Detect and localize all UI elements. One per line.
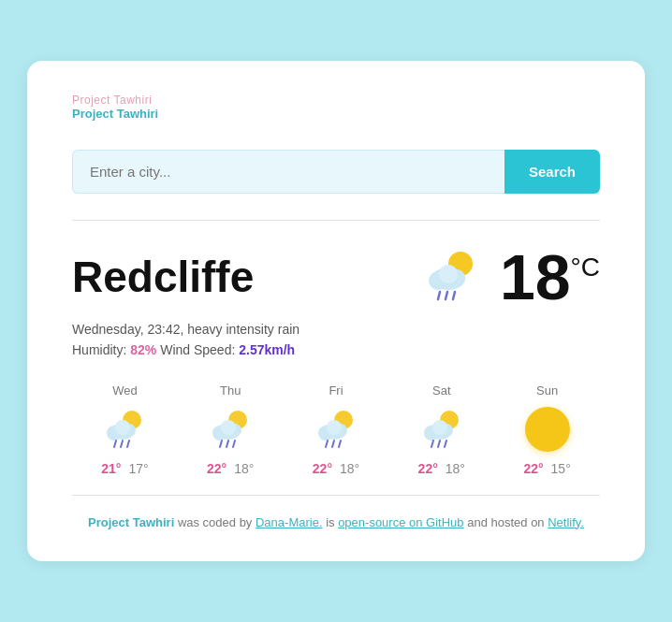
forecast-day: Fri 22°18°: [284, 383, 389, 476]
forecast-day: Thu 22°18°: [178, 383, 284, 476]
svg-point-20: [221, 420, 236, 435]
search-input[interactable]: [72, 150, 504, 194]
forecast-day: Sun22°15°: [494, 383, 600, 476]
logo-ghost: Project Tawhiri: [72, 94, 600, 106]
cloud-rain-icon: [206, 405, 255, 454]
svg-line-21: [220, 441, 222, 447]
logo-area: Project Tawhiri Project Tawhiri: [72, 94, 600, 123]
svg-line-14: [121, 441, 123, 447]
footer-netlify-link[interactable]: Netlify.: [548, 515, 584, 529]
svg-line-13: [114, 441, 116, 447]
weather-icon-temp: 18°C: [417, 243, 600, 311]
footer-text4: and hosted on: [467, 515, 548, 529]
forecast-low: 15°: [551, 461, 571, 476]
forecast-temps: 22°15°: [523, 461, 570, 476]
divider-bottom: [72, 495, 600, 496]
sun-icon: [525, 407, 570, 452]
svg-line-39: [445, 441, 446, 447]
current-weather-icon: [417, 243, 485, 311]
divider-top: [72, 220, 600, 221]
svg-line-29: [326, 441, 328, 447]
forecast-low: 18°: [446, 461, 465, 476]
svg-line-31: [339, 441, 341, 447]
logo-main: Project Tawhiri: [72, 106, 600, 123]
svg-line-6: [446, 292, 447, 299]
forecast-day-label: Fri: [329, 383, 343, 398]
footer-text2: was coded by: [178, 515, 256, 529]
forecast-high: 22°: [418, 461, 438, 476]
wind-value: 2.57km/h: [239, 342, 295, 357]
footer-author-link[interactable]: Dana-Marie.: [256, 515, 323, 529]
temperature-display: 18°C: [500, 245, 600, 309]
forecast-icon: [523, 405, 572, 454]
svg-point-28: [327, 420, 342, 435]
cloud-rain-icon: [312, 405, 360, 454]
forecast-high: 22°: [523, 461, 543, 476]
forecast-day: Sat 22°18°: [388, 383, 494, 476]
forecast-low: 18°: [340, 461, 359, 476]
forecast-temps: 22°18°: [313, 461, 359, 476]
forecast-low: 18°: [234, 461, 254, 476]
humidity-wind: Humidity: 82% Wind Speed: 2.57km/h: [72, 342, 600, 357]
humidity-label: Humidity:: [72, 342, 126, 357]
svg-line-15: [127, 441, 129, 447]
footer-logo: Project Tawhiri: [88, 515, 174, 529]
svg-line-30: [332, 441, 334, 447]
forecast-day-label: Sat: [432, 383, 451, 398]
humidity-value: 82%: [130, 342, 156, 357]
footer: Project Tawhiri was coded by Dana-Marie.…: [72, 514, 600, 531]
forecast-day-label: Thu: [220, 383, 241, 398]
svg-point-36: [432, 420, 447, 435]
footer-text3: is: [326, 515, 338, 529]
forecast-day: Wed 21°17°: [72, 383, 178, 476]
forecast-low: 17°: [128, 461, 148, 476]
forecast-icon: [417, 405, 466, 454]
svg-line-5: [438, 292, 440, 299]
svg-line-7: [453, 292, 455, 299]
svg-point-4: [439, 265, 458, 283]
forecast-icon: [206, 405, 255, 454]
forecast-icon: [100, 405, 149, 454]
svg-line-37: [431, 441, 433, 447]
city-name: Redcliffe: [72, 252, 254, 302]
weather-details: Wednesday, 23:42, heavy intensity rain: [72, 322, 600, 337]
forecast-high: 21°: [101, 461, 121, 476]
forecast-temps: 22°18°: [418, 461, 465, 476]
temp-value: 18: [500, 245, 571, 309]
search-button[interactable]: Search: [504, 150, 600, 194]
svg-line-22: [226, 441, 228, 447]
svg-line-23: [233, 441, 235, 447]
cloud-rain-icon: [100, 405, 149, 454]
main-card: Project Tawhiri Project Tawhiri Search R…: [27, 61, 645, 560]
forecast-day-label: Sun: [536, 383, 558, 398]
wind-label: Wind Speed:: [160, 342, 235, 357]
svg-line-38: [438, 441, 440, 447]
cloud-rain-icon: [417, 405, 466, 454]
search-row: Search: [72, 150, 600, 194]
footer-github-link[interactable]: open-source on GitHub: [338, 515, 463, 529]
forecast-temps: 21°17°: [101, 461, 148, 476]
forecast-day-label: Wed: [112, 383, 138, 398]
forecast-high: 22°: [313, 461, 332, 476]
svg-point-12: [115, 420, 130, 435]
forecast-row: Wed 21°17°Thu 22°18°Fri: [72, 383, 600, 476]
forecast-icon: [312, 405, 360, 454]
forecast-high: 22°: [207, 461, 226, 476]
forecast-temps: 22°18°: [207, 461, 254, 476]
weather-main: Redcliffe 18°C: [72, 243, 600, 311]
temp-unit: °C: [571, 254, 600, 281]
